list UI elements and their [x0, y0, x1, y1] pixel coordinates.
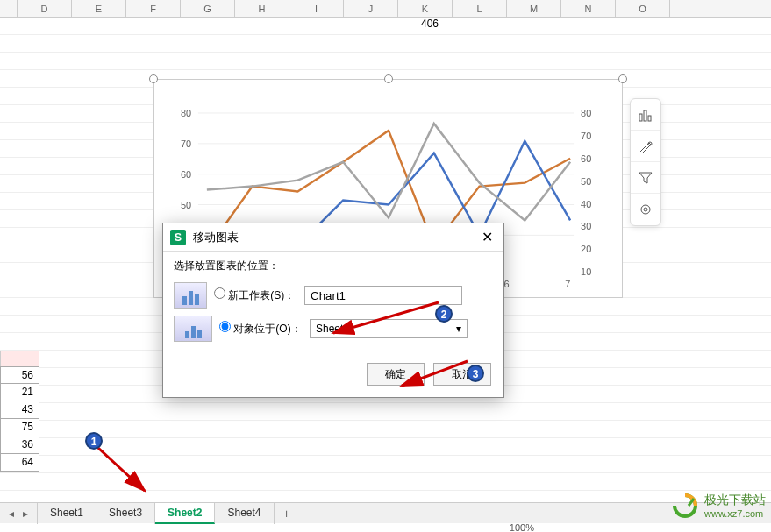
object-in-icon	[174, 316, 212, 342]
marker-3: 3	[467, 365, 484, 382]
dialog-close-button[interactable]: ✕	[478, 229, 496, 245]
sheet-tab-sheet1[interactable]: Sheet1	[38, 503, 96, 524]
move-chart-dialog: S 移动图表 ✕ 选择放置图表的位置： 新工作表(S)： 对象位于(O)： Sh…	[162, 223, 504, 398]
nav-next-button[interactable]: ▸	[19, 507, 32, 520]
svg-text:40: 40	[581, 199, 591, 209]
svg-text:10: 10	[581, 266, 591, 277]
dialog-prompt: 选择放置图表的位置：	[174, 259, 493, 273]
svg-text:60: 60	[181, 169, 191, 180]
col-K[interactable]: K	[398, 0, 453, 17]
svg-text:80: 80	[181, 108, 191, 118]
col-H[interactable]: H	[235, 0, 289, 17]
selected-cell[interactable]	[0, 351, 39, 368]
dialog-title-text: 移动图表	[193, 230, 478, 245]
svg-text:60: 60	[581, 153, 591, 164]
new-sheet-radio[interactable]: 新工作表(S)：	[214, 287, 297, 303]
add-sheet-button[interactable]: +	[275, 503, 299, 524]
chevron-down-icon: ▾	[456, 323, 461, 335]
sheet-tab-sheet2[interactable]: Sheet2	[155, 503, 215, 524]
col-F[interactable]: F	[126, 0, 181, 17]
cell-d2[interactable]: 21	[0, 384, 39, 401]
svg-text:7: 7	[565, 279, 570, 289]
chart-handle-tc[interactable]	[384, 74, 393, 83]
object-in-radio[interactable]: 对象位于(O)：	[219, 321, 303, 337]
marker-1: 1	[85, 432, 103, 450]
new-sheet-icon	[174, 282, 207, 309]
col-I[interactable]: I	[289, 0, 344, 17]
col-G[interactable]: G	[181, 0, 235, 17]
object-in-label: 对象位于(O)：	[233, 323, 301, 335]
chart-tools	[630, 98, 661, 226]
watermark-url: www.xz7.com	[704, 508, 766, 519]
cell-d6[interactable]: 64	[0, 454, 39, 472]
col-N[interactable]: N	[561, 0, 616, 17]
chart-handle-tr[interactable]	[618, 74, 627, 83]
chart-filter-button[interactable]	[631, 162, 660, 194]
new-sheet-name-input[interactable]	[304, 286, 462, 305]
sheet-tab-sheet4[interactable]: Sheet4	[215, 503, 274, 524]
col-E[interactable]: E	[72, 0, 126, 17]
svg-point-25	[644, 208, 647, 211]
dropdown-value: Sheet4	[316, 323, 349, 335]
col-O[interactable]: O	[616, 0, 670, 17]
dialog-titlebar[interactable]: S 移动图表 ✕	[163, 223, 503, 252]
col-L[interactable]: L	[453, 0, 507, 17]
svg-text:70: 70	[181, 138, 191, 149]
chart-settings-button[interactable]	[631, 194, 660, 225]
sheet-nav: ◂ ▸	[0, 507, 37, 520]
ok-button[interactable]: 确定	[367, 363, 425, 386]
corner	[0, 0, 18, 17]
sheet-tab-bar: ◂ ▸ Sheet1 Sheet3 Sheet2 Sheet4 +	[0, 502, 771, 523]
svg-text:20: 20	[581, 244, 591, 254]
cell-d5[interactable]: 36	[0, 436, 39, 454]
nav-prev-button[interactable]: ◂	[5, 507, 18, 520]
chart-style-button[interactable]	[631, 131, 660, 162]
app-icon: S	[170, 230, 186, 245]
chart-elements-button[interactable]	[631, 99, 660, 131]
cell-d4[interactable]: 75	[0, 419, 39, 436]
data-column: 56 21 43 75 36 64	[0, 366, 39, 472]
svg-text:30: 30	[581, 221, 591, 231]
marker-2: 2	[435, 305, 453, 323]
svg-rect-22	[648, 116, 651, 121]
sheet-tab-sheet3[interactable]: Sheet3	[96, 503, 155, 524]
svg-rect-20	[639, 114, 642, 121]
svg-text:70: 70	[581, 131, 591, 141]
series-3	[207, 124, 570, 221]
chart-handle-tl[interactable]	[149, 74, 158, 83]
svg-text:50: 50	[181, 200, 191, 210]
col-M[interactable]: M	[507, 0, 561, 17]
svg-text:80: 80	[581, 108, 591, 118]
col-J[interactable]: J	[344, 0, 398, 17]
watermark-icon	[671, 492, 699, 520]
svg-point-24	[641, 205, 650, 214]
new-sheet-label: 新工作表(S)：	[228, 289, 295, 301]
cell-d3[interactable]: 43	[0, 401, 39, 419]
svg-text:6: 6	[503, 279, 509, 289]
cell-d1[interactable]: 56	[0, 366, 39, 384]
svg-text:50: 50	[581, 176, 591, 187]
watermark-text: 极光下载站	[704, 493, 766, 508]
col-D[interactable]: D	[18, 0, 72, 17]
zoom-level[interactable]: 100%	[510, 522, 534, 532]
svg-rect-21	[644, 110, 646, 121]
watermark: 极光下载站 www.xz7.com	[671, 492, 766, 520]
column-headers: D E F G H I J K L M N O	[0, 0, 771, 18]
